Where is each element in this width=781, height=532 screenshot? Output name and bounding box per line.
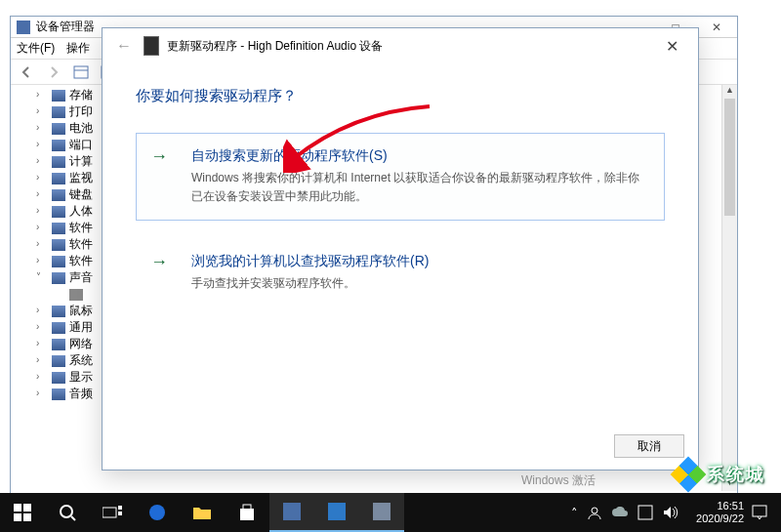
svg-rect-16	[328, 503, 346, 520]
svg-rect-17	[373, 503, 390, 520]
clock-date: 2020/9/22	[696, 512, 744, 525]
option-auto-search-title: 自动搜索更新的驱动程序软件(S)	[191, 147, 650, 165]
cancel-button[interactable]: 取消	[614, 434, 684, 458]
dialog-body: 你要如何搜索驱动程序？ → 自动搜索更新的驱动程序软件(S) Windows 将…	[103, 63, 698, 308]
tree-label: 系统	[69, 352, 93, 369]
svg-rect-9	[103, 508, 116, 517]
svg-rect-19	[638, 506, 652, 519]
task-view-button[interactable]	[90, 493, 135, 532]
tree-label: 人体	[69, 203, 93, 220]
svg-rect-6	[23, 513, 31, 521]
store-icon	[238, 504, 256, 521]
option-browse-local[interactable]: → 浏览我的计算机以查找驱动程序软件(R) 手动查找并安装驱动程序软件。	[136, 238, 665, 307]
search-button[interactable]	[45, 493, 90, 532]
tree-label: 电池	[69, 120, 93, 137]
arrow-right-icon: →	[150, 147, 168, 165]
svg-rect-20	[753, 506, 766, 516]
tree-label: 鼠标	[69, 303, 93, 319]
tree-label: 端口	[69, 137, 93, 153]
devmgr-scrollbar[interactable]: ▲ ▼	[721, 85, 737, 491]
tree-label: 显示	[69, 369, 93, 386]
svg-rect-3	[14, 504, 21, 512]
tree-label: 网络	[69, 336, 93, 352]
watermark-icon	[671, 457, 707, 493]
dialog-close-button[interactable]: ✕	[654, 33, 690, 60]
devmgr-title-text: 设备管理器	[36, 19, 95, 35]
taskbar-app-devmgr[interactable]	[359, 493, 404, 532]
option-browse-local-title: 浏览我的计算机以查找驱动程序软件(R)	[191, 253, 650, 270]
dialog-button-bar: 取消	[614, 434, 684, 458]
tree-label: 软件	[69, 236, 93, 253]
windows-logo-icon	[14, 504, 31, 521]
svg-point-18	[592, 508, 597, 513]
device-icon	[144, 36, 159, 56]
arrow-right-icon: →	[150, 253, 168, 270]
svg-point-7	[61, 506, 72, 517]
tray-notifications-icon[interactable]	[752, 505, 777, 520]
menu-action[interactable]: 操作	[66, 40, 90, 57]
close-button[interactable]: ✕	[702, 20, 731, 34]
toolbar-properties-icon[interactable]	[71, 62, 91, 82]
tray-overflow[interactable]: ˄	[561, 506, 587, 520]
option-auto-search[interactable]: → 自动搜索更新的驱动程序软件(S) Windows 将搜索你的计算机和 Int…	[136, 133, 665, 221]
option-browse-local-desc: 手动查找并安装驱动程序软件。	[191, 274, 650, 293]
toolbar-back-icon[interactable]	[17, 62, 36, 82]
app-icon	[328, 503, 346, 520]
tree-label: 键盘	[69, 186, 93, 203]
svg-line-8	[71, 516, 75, 520]
scroll-thumb[interactable]	[724, 99, 735, 216]
taskbar-app-edge[interactable]	[135, 493, 180, 532]
taskbar-clock[interactable]: 16:51 2020/9/22	[688, 500, 752, 525]
dialog-question: 你要如何搜索驱动程序？	[136, 87, 665, 105]
tree-label: 打印	[69, 103, 93, 120]
windows-activate-text: Windows 激活	[521, 472, 596, 489]
clock-time: 16:51	[696, 500, 744, 512]
tree-label: 音频	[69, 386, 93, 402]
devmgr-taskbar-icon	[373, 503, 390, 520]
tree-label: 计算	[69, 153, 93, 170]
taskbar-app-1[interactable]	[269, 493, 314, 532]
update-driver-dialog: ← 更新驱动程序 - High Definition Audio 设备 ✕ 你要…	[102, 27, 699, 471]
tray-ime-icon[interactable]	[637, 505, 663, 520]
menu-file[interactable]: 文件(F)	[17, 40, 55, 57]
svg-rect-5	[14, 513, 21, 521]
svg-rect-0	[74, 66, 88, 78]
search-icon	[59, 504, 76, 521]
dialog-header: ← 更新驱动程序 - High Definition Audio 设备 ✕	[103, 28, 698, 63]
task-view-icon	[103, 506, 122, 519]
site-watermark: 系统城	[676, 462, 765, 487]
tree-label: 软件	[69, 220, 93, 236]
folder-icon	[192, 505, 212, 520]
dialog-title: 更新驱动程序 - High Definition Audio 设备	[167, 38, 383, 55]
app-icon	[283, 503, 301, 520]
taskbar-app-2[interactable]	[314, 493, 359, 532]
svg-point-12	[149, 505, 165, 520]
devmgr-icon	[17, 20, 30, 34]
tree-label: 存储	[69, 87, 93, 103]
svg-rect-11	[118, 512, 122, 515]
watermark-text: 系统城	[707, 463, 765, 486]
svg-rect-10	[118, 506, 122, 510]
back-button[interactable]: ←	[110, 37, 138, 55]
toolbar-forward-icon[interactable]	[44, 62, 63, 82]
taskbar-app-store[interactable]	[225, 493, 269, 532]
tray-people-icon[interactable]	[587, 505, 612, 520]
scroll-up-icon[interactable]: ▲	[722, 85, 737, 99]
edge-icon	[147, 503, 167, 522]
tree-label: 监视	[69, 170, 93, 186]
taskbar: ˄ 16:51 2020/9/22	[0, 493, 781, 532]
start-button[interactable]	[0, 493, 45, 532]
svg-rect-15	[283, 503, 301, 520]
taskbar-app-explorer[interactable]	[180, 493, 225, 532]
tray-volume-icon[interactable]	[663, 506, 688, 519]
svg-rect-13	[240, 509, 254, 520]
tray-onedrive-icon[interactable]	[612, 507, 637, 518]
option-auto-search-desc: Windows 将搜索你的计算机和 Internet 以获取适合你设备的最新驱动…	[191, 169, 650, 206]
tree-label: 软件	[69, 253, 93, 269]
tree-label: 通用	[69, 319, 93, 336]
tree-label: 声音	[69, 269, 93, 286]
svg-rect-4	[23, 504, 31, 512]
